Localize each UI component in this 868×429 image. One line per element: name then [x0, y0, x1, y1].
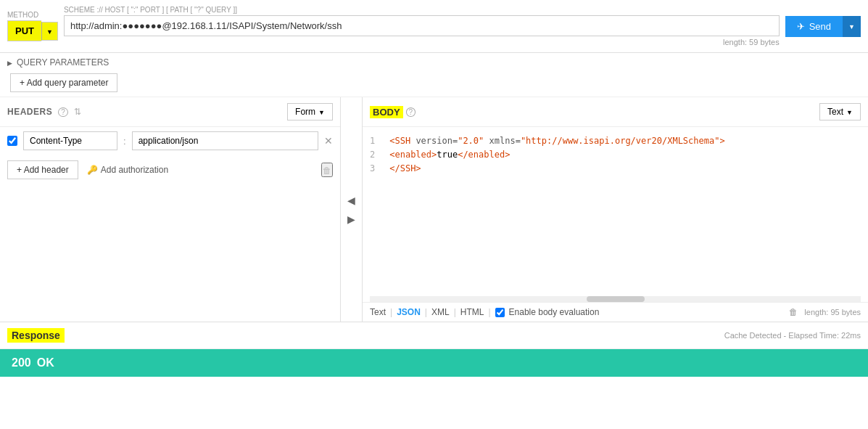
url-input[interactable] [64, 15, 780, 36]
status-text: OK [37, 356, 54, 369]
query-params-toggle-icon [7, 57, 12, 68]
headers-title: HEADERS [7, 107, 52, 117]
status-bar: 200 OK [0, 349, 868, 377]
body-info-icon [406, 107, 416, 116]
send-button[interactable]: Send [785, 16, 843, 37]
trash-icon-body[interactable] [789, 308, 798, 316]
code-editor: 1 <SSH version="2.0" xmlns="http://www.i… [363, 127, 868, 296]
text-label: Text [827, 107, 843, 117]
delete-all-headers-button[interactable] [321, 163, 333, 177]
enable-eval-label: Enable body evaluation [509, 307, 600, 317]
send-label: Send [809, 21, 831, 32]
header-row: : ✕ [0, 127, 340, 155]
code-line-2: 2 <enabled>true</enabled> [370, 148, 861, 162]
send-icon [797, 21, 805, 32]
line-num-3: 3 [370, 162, 384, 176]
trash-icon [323, 164, 331, 176]
form-chevron-icon [318, 107, 325, 117]
add-query-param-button[interactable]: + Add query parameter [10, 73, 117, 92]
body-title: BODY [370, 106, 403, 118]
format-xml-link[interactable]: XML [431, 307, 450, 317]
method-button[interactable]: PUT [7, 20, 41, 41]
header-key-input[interactable] [23, 131, 117, 150]
format-text-link[interactable]: Text [370, 307, 386, 317]
headers-sort-icon [74, 107, 81, 117]
add-header-button[interactable]: + Add header [7, 160, 78, 179]
cache-info: Cache Detected - Elapsed Time: 22ms [724, 331, 861, 340]
header-colon: : [123, 136, 126, 147]
header-value-input[interactable] [132, 131, 318, 150]
add-authorization-button[interactable]: Add authorization [87, 165, 168, 175]
query-params-label: QUERY PARAMETERS [17, 57, 109, 68]
body-length: length: 95 bytes [789, 307, 861, 317]
method-label: METHOD [7, 11, 58, 19]
enable-eval-checkbox[interactable] [495, 308, 505, 317]
line-num-2: 2 [370, 148, 384, 162]
text-format-button[interactable]: Text [819, 103, 861, 120]
code-line-3: 3 </SSH> [370, 162, 861, 176]
header-delete-button[interactable]: ✕ [324, 135, 333, 147]
code-line-1: 1 <SSH version="2.0" xmlns="http://www.i… [370, 134, 861, 148]
form-label: Form [295, 107, 315, 117]
format-json-link[interactable]: JSON [397, 307, 421, 317]
url-length: length: 59 bytes [64, 38, 780, 46]
header-checkbox[interactable] [7, 136, 17, 146]
status-code: 200 [12, 356, 31, 369]
method-dropdown[interactable] [41, 22, 58, 41]
url-scheme-label: SCHEME :// HOST [ ":" PORT ] [ PATH [ "?… [64, 6, 780, 14]
send-chevron-icon [848, 22, 855, 30]
collapse-right-button[interactable]: ▶ [344, 212, 358, 226]
response-title: Response [7, 328, 65, 343]
collapse-left-button[interactable]: ◀ [344, 193, 358, 208]
format-html-link[interactable]: HTML [460, 307, 484, 317]
query-params-header[interactable]: QUERY PARAMETERS [7, 57, 861, 68]
key-icon [87, 165, 98, 175]
headers-info-icon [58, 107, 68, 117]
send-dropdown-button[interactable] [843, 16, 861, 37]
chevron-down-icon [46, 27, 53, 36]
add-auth-label: Add authorization [101, 165, 168, 175]
text-chevron-icon [846, 107, 853, 117]
form-button[interactable]: Form [287, 103, 333, 120]
line-num-1: 1 [370, 134, 384, 148]
